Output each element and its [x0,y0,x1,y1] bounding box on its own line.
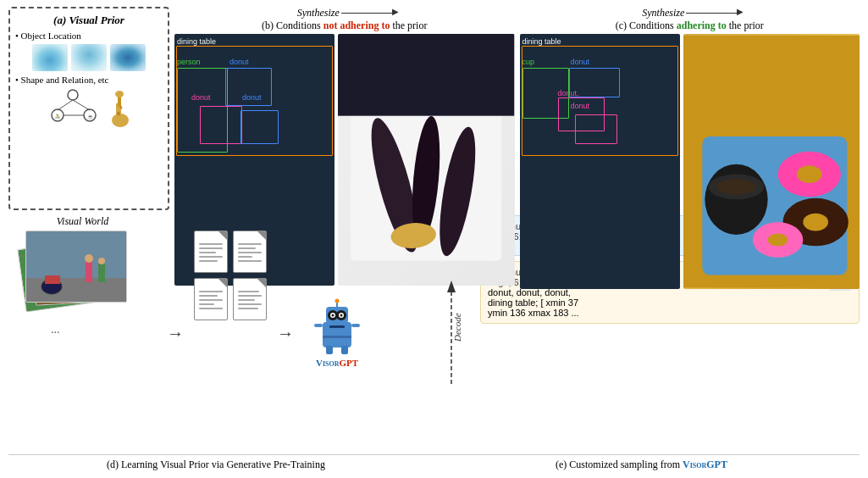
heatmaps [15,44,163,71]
doc-line [238,260,262,262]
doc-lines-4 [238,291,262,312]
top-row: (a) Visual Prior • Object Location • Sha… [8,7,860,210]
bbox-b-donut2-rect [200,106,242,144]
bbox-panel-c: dining table cup donut donut, donut [520,34,680,289]
robot-svg [307,298,367,358]
robot-container: VisorGPT [307,298,367,368]
doc-line [238,303,262,305]
panel-b-title-post: the prior [390,19,427,31]
doc-icon-1 [194,231,228,273]
world-img-front [25,231,127,303]
doc-icon-2 [233,231,267,273]
doc-line [238,291,259,292]
synth-line-b [341,13,392,14]
svg-rect-19 [338,34,514,116]
doc-line [238,256,252,258]
svg-point-0 [68,90,78,100]
arrow-right: → [167,324,184,343]
svg-rect-58 [323,336,351,338]
panel-a: (a) Visual Prior • Object Location • Sha… [8,7,169,210]
main-container: (a) Visual Prior • Object Location • Sha… [0,0,868,478]
giraffe-icon [108,88,133,129]
doc-lines-2 [238,243,262,264]
panel-b-synth-header: Synthesize [174,7,515,19]
svg-point-13 [119,106,122,109]
photo-panel-c [683,34,860,289]
system-text2-green: donut, donut, donut, dining table; [ xmi… [488,287,579,318]
photo-b-svg [338,34,514,286]
doc-line [199,247,223,249]
heatmap-right [110,44,146,71]
doc-line [238,295,262,297]
svg-point-52 [335,299,340,303]
doc-line [199,243,223,245]
bbox-c-label-dining: dining table [522,37,561,46]
panel-a-bullet2: • Shape and Relation, etc [15,75,163,85]
doc-lines-1 [199,243,223,264]
doc-line [238,252,262,253]
svg-line-6 [73,100,90,110]
doc-line [199,256,223,258]
world-img-svg [26,231,127,303]
bbox-b-donut1-rect [225,68,272,106]
svg-rect-39 [86,261,92,282]
arrow-right-2: → [277,324,294,343]
bbox-b-label-dining: dining table [177,37,216,46]
doc-line [199,252,216,253]
visor-text: Visor [316,358,340,368]
svg-line-5 [58,100,73,110]
svg-point-28 [803,214,828,231]
photo-panel-b [338,34,514,286]
bottom-labels-row: (d) Learning Visual Prior via Generative… [8,454,860,471]
panel-e-title-pre: (e) Customized sampling from [556,459,683,470]
synth-arrow-c: Synthesize [642,7,737,19]
panel-c-synth-header: Synthesize [520,7,860,19]
heatmap-left [32,44,68,71]
panel-a-title: (a) Visual Prior [15,14,163,27]
synth-arrow-b: Synthesize [297,7,392,19]
panel-b-area: Synthesize (b) Conditions not adhering t… [174,7,515,210]
svg-point-42 [98,258,105,264]
decode-svg: Decode [428,274,475,392]
doc-icon-3 [194,278,228,320]
panel-c-images: dining table cup donut donut, donut [520,34,860,289]
svg-point-50 [340,314,343,317]
svg-point-49 [332,314,334,317]
visual-world-panel: Visual World [8,215,157,336]
shape-relation: 🚴 ☕ [15,88,163,129]
synth-label-b: Synthesize [297,7,340,19]
bbox-c-donut1-rect [569,68,620,97]
synth-label-c: Synthesize [642,7,684,19]
doc-icon-4 [233,278,267,320]
panel-a-bullet1: • Object Location [15,31,163,41]
panel-b-title-pre: (b) Conditions [262,19,323,31]
svg-rect-57 [341,346,348,354]
svg-point-30 [767,234,788,247]
doc-line [199,291,223,292]
doc-lines-3 [199,291,223,312]
svg-rect-41 [98,264,105,282]
photo-c-svg [683,34,860,289]
doc-line [199,299,223,301]
panel-c-title-green: adhering to [677,19,727,31]
gpt-text: GPT [339,358,358,368]
visual-world-label: Visual World [8,215,157,228]
synth-line-c [686,13,737,14]
svg-rect-53 [329,325,345,328]
doc-line [238,247,256,249]
svg-rect-36 [26,278,127,303]
svg-point-12 [117,112,120,116]
svg-point-11 [115,91,124,97]
bbox-c-donut3-rect [575,114,617,144]
visorgpt-label: VisorGPT [316,358,358,368]
svg-point-24 [716,180,756,195]
doc-line [238,308,258,309]
svg-rect-54 [314,324,323,327]
panel-b-title: (b) Conditions not adhering to the prior [174,19,515,32]
doc-line [199,303,214,305]
doc-line [199,295,218,297]
svg-text:Decode: Decode [452,313,462,342]
panel-c-title-post: the prior [727,19,764,31]
panel-c-title-pre: (c) Conditions [616,19,677,31]
doc-line [199,308,223,309]
